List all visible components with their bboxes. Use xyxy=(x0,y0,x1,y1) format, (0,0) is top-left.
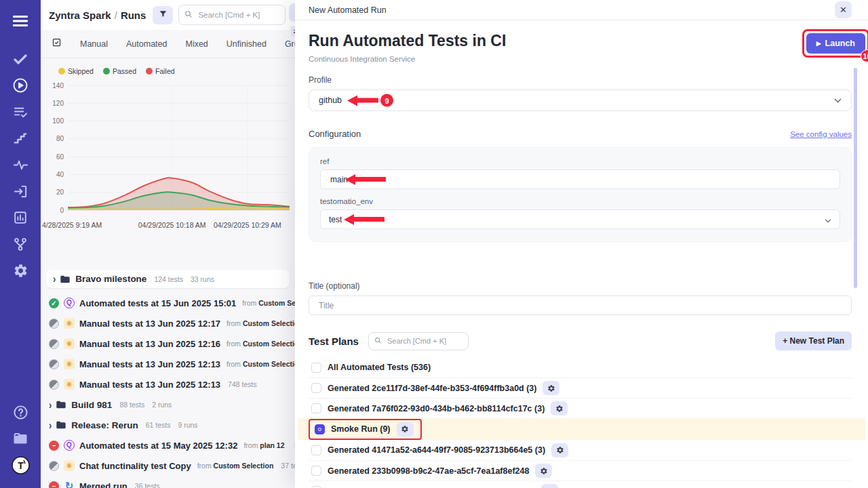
dialog-scrollbar[interactable] xyxy=(854,68,857,288)
legend-item-failed: Failed xyxy=(146,67,175,75)
run-row[interactable]: Manual tests at 13 Jun 2025 12:13from Cu… xyxy=(49,354,295,374)
plans-search-input[interactable] xyxy=(386,336,462,346)
ref-field xyxy=(320,169,840,189)
help-icon[interactable] xyxy=(10,402,31,422)
test-plan-row[interactable]: Generated a4d690b7-8889-4ae1-92aa-0c3001… xyxy=(309,481,852,488)
run-row[interactable]: –QAutomated tests at 15 May 2025 12:32fr… xyxy=(49,435,295,455)
run-group-row[interactable]: ›Release: Rerun61 tests9 runs xyxy=(49,415,295,435)
chevron-down-icon xyxy=(825,214,831,226)
launch-button[interactable]: ▶ Launch xyxy=(806,33,865,54)
test-plan-row[interactable]: Generated 2ce11f7d-38ef-44fe-b353-4f694f… xyxy=(309,378,852,398)
plan-settings-icon[interactable] xyxy=(535,464,552,478)
run-row[interactable]: Chat functinality test Copyfrom Custom S… xyxy=(49,455,295,476)
steps-icon[interactable] xyxy=(10,128,31,148)
status-progress-icon xyxy=(49,319,59,329)
manual-run-icon xyxy=(64,379,75,390)
test-plan-row[interactable]: Generated 7a76f022-93d0-434b-b462-bb8114… xyxy=(309,398,852,418)
run-group-title: Build 981 xyxy=(71,400,112,410)
tab-manual[interactable]: Manual xyxy=(80,39,108,49)
tab-groups[interactable]: Groups xyxy=(285,39,295,49)
tab-mixed[interactable]: Mixed xyxy=(185,39,208,49)
env-value: test xyxy=(329,215,342,224)
search-icon xyxy=(374,335,382,347)
annotation-launch-box: ▶ Launch 10 xyxy=(802,29,868,58)
run-row[interactable]: Manual tests at 13 Jun 2025 12:16from Cu… xyxy=(49,333,295,354)
profile-value: github xyxy=(319,96,342,105)
svg-text:0: 0 xyxy=(60,207,64,214)
plan-checkbox[interactable] xyxy=(311,383,321,393)
plan-checkbox[interactable] xyxy=(311,445,321,455)
plan-settings-icon[interactable] xyxy=(551,443,568,458)
dialog-body: ▶ Launch 10 Run Automated Tests in CI Co… xyxy=(295,20,868,488)
new-test-plan-button[interactable]: + New Test Plan xyxy=(775,331,852,350)
menu-icon[interactable] xyxy=(10,11,31,31)
run-meta: 36 tests xyxy=(135,482,160,488)
title-input[interactable] xyxy=(317,300,843,311)
funnel-icon xyxy=(159,9,167,20)
runs-search-input[interactable] xyxy=(197,10,279,20)
configuration-label: Configuration xyxy=(309,129,361,139)
run-title: Automated tests at 15 May 2025 12:32 xyxy=(79,441,237,451)
plan-settings-icon[interactable] xyxy=(541,484,558,488)
projects-icon[interactable] xyxy=(10,428,31,449)
plan-settings-icon[interactable] xyxy=(542,381,559,395)
ref-label: ref xyxy=(320,157,840,165)
test-plan-row[interactable]: Smoke Run (9) xyxy=(298,418,865,440)
chevron-right-icon[interactable]: › xyxy=(49,399,52,411)
tab-automated[interactable]: Automated xyxy=(126,39,167,49)
close-icon[interactable]: ✕ xyxy=(835,1,852,18)
plan-settings-icon[interactable] xyxy=(551,401,568,415)
play-circle-icon[interactable] xyxy=(10,75,31,96)
svg-text:04/29/2025 10:18 AM: 04/29/2025 10:18 AM xyxy=(138,221,206,229)
chevron-right-icon[interactable]: › xyxy=(53,273,56,285)
profile-select[interactable]: github 9 xyxy=(309,89,852,111)
runs-header: Zyntra Spark/Runs ✕ xyxy=(41,0,295,30)
svg-text:4/28/2025 9:19 AM: 4/28/2025 9:19 AM xyxy=(42,221,102,229)
pulse-icon[interactable] xyxy=(10,155,31,175)
checklist-icon[interactable] xyxy=(52,37,62,50)
run-group-row[interactable]: ›Build 98188 tests2 runs xyxy=(49,394,295,415)
import-icon[interactable] xyxy=(10,181,31,201)
env-select[interactable]: test xyxy=(320,209,840,229)
plan-checkbox[interactable] xyxy=(311,466,321,476)
logo-icon[interactable]: T xyxy=(10,455,31,475)
test-plan-row[interactable]: All Automated Tests (536) xyxy=(309,357,852,378)
plan-label: All Automated Tests (536) xyxy=(328,363,431,372)
bar-chart-icon[interactable] xyxy=(10,207,31,228)
app-root: T Zyntra Spark/Runs ✕ ManualAutomatedMix… xyxy=(0,0,868,488)
mouse-cursor-icon xyxy=(46,272,48,286)
run-meta: 33 runs xyxy=(191,275,214,283)
run-meta: 61 tests xyxy=(146,421,171,429)
plan-checkbox[interactable] xyxy=(315,424,325,434)
runs-chart: SkippedPassedFailed 0204060801001201404/… xyxy=(41,58,295,235)
check-icon[interactable] xyxy=(10,49,31,69)
run-group-row[interactable]: ›Bravo milestone124 tests33 runs xyxy=(46,270,290,288)
list-check-icon[interactable] xyxy=(10,102,31,122)
chevron-right-icon[interactable]: › xyxy=(49,419,52,431)
breadcrumb-project[interactable]: Zyntra Spark xyxy=(49,9,111,21)
branch-icon[interactable] xyxy=(10,234,31,254)
runs-close-button[interactable]: ✕ xyxy=(289,3,295,22)
plan-checkbox[interactable] xyxy=(311,403,321,413)
run-source: from Custom Selection xyxy=(226,360,295,368)
plans-search xyxy=(368,332,469,350)
automated-run-icon: Q xyxy=(64,440,75,451)
see-config-values-link[interactable]: See config values xyxy=(790,130,852,138)
filter-button[interactable] xyxy=(153,6,173,24)
test-plans-heading: Test Plans xyxy=(309,336,359,347)
test-plan-row[interactable]: Generated 233b0998-b9c2-47ae-a5cf-7ea1af… xyxy=(309,460,852,481)
settings-icon[interactable] xyxy=(10,260,31,281)
run-meta: 9 runs xyxy=(178,421,197,429)
plan-settings-icon[interactable] xyxy=(397,422,414,436)
test-plan-row[interactable]: Generated 41471a52-a644-49f7-9085-923713… xyxy=(309,440,852,460)
legend-item-skipped: Skipped xyxy=(58,67,94,75)
legend-item-passed: Passed xyxy=(103,67,136,75)
run-meta: 2 runs xyxy=(152,401,172,409)
run-row[interactable]: –↻Merged run36 tests xyxy=(49,476,295,488)
breadcrumb: Zyntra Spark/Runs xyxy=(49,9,146,21)
plan-checkbox[interactable] xyxy=(311,363,321,373)
tab-unfinished[interactable]: Unfinished xyxy=(226,39,267,49)
run-row[interactable]: ✓QAutomated tests at 15 Jun 2025 15:01fr… xyxy=(49,293,295,313)
run-row[interactable]: Manual tests at 13 Jun 2025 12:17from Cu… xyxy=(49,313,295,333)
run-row[interactable]: Manual tests at 13 Jun 2025 12:13748 tes… xyxy=(49,374,295,394)
